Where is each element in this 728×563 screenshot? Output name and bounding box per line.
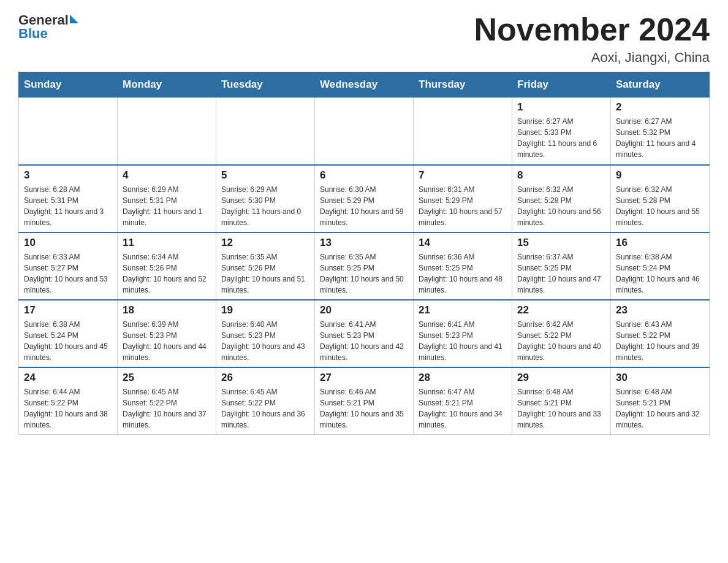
calendar-cell: 12Sunrise: 6:35 AMSunset: 5:26 PMDayligh… <box>216 232 315 300</box>
day-number: 2 <box>616 101 704 113</box>
calendar-cell: 13Sunrise: 6:35 AMSunset: 5:25 PMDayligh… <box>315 232 414 300</box>
cell-info: Sunrise: 6:45 AMSunset: 5:22 PMDaylight:… <box>123 386 211 431</box>
day-number: 8 <box>517 169 605 182</box>
cell-info: Sunrise: 6:35 AMSunset: 5:25 PMDaylight:… <box>320 251 408 296</box>
calendar-table: SundayMondayTuesdayWednesdayThursdayFrid… <box>18 72 710 435</box>
calendar-cell: 20Sunrise: 6:41 AMSunset: 5:23 PMDayligh… <box>315 300 414 367</box>
calendar-cell: 29Sunrise: 6:48 AMSunset: 5:21 PMDayligh… <box>512 367 611 435</box>
day-number: 18 <box>123 304 211 316</box>
calendar-cell <box>315 98 414 165</box>
day-number: 20 <box>320 304 408 316</box>
cell-info: Sunrise: 6:32 AMSunset: 5:28 PMDaylight:… <box>616 184 704 228</box>
cell-info: Sunrise: 6:27 AMSunset: 5:33 PMDaylight:… <box>517 116 605 160</box>
calendar-cell: 1Sunrise: 6:27 AMSunset: 5:33 PMDaylight… <box>512 98 611 165</box>
calendar-cell: 23Sunrise: 6:43 AMSunset: 5:22 PMDayligh… <box>611 300 710 367</box>
day-number: 13 <box>320 237 408 249</box>
cell-info: Sunrise: 6:40 AMSunset: 5:23 PMDaylight:… <box>221 319 309 363</box>
weekday-header-sunday: Sunday <box>19 72 118 98</box>
calendar-cell: 25Sunrise: 6:45 AMSunset: 5:22 PMDayligh… <box>118 367 216 435</box>
cell-info: Sunrise: 6:38 AMSunset: 5:24 PMDaylight:… <box>24 319 112 363</box>
cell-info: Sunrise: 6:41 AMSunset: 5:23 PMDaylight:… <box>419 319 507 363</box>
calendar-row-3: 17Sunrise: 6:38 AMSunset: 5:24 PMDayligh… <box>19 300 710 367</box>
day-number: 19 <box>221 304 309 316</box>
calendar-cell: 5Sunrise: 6:29 AMSunset: 5:30 PMDaylight… <box>216 165 315 232</box>
day-number: 5 <box>221 169 309 182</box>
cell-info: Sunrise: 6:33 AMSunset: 5:27 PMDaylight:… <box>24 251 112 296</box>
weekday-header-tuesday: Tuesday <box>216 72 315 98</box>
day-number: 7 <box>419 169 507 182</box>
cell-info: Sunrise: 6:31 AMSunset: 5:29 PMDaylight:… <box>419 184 507 228</box>
day-number: 10 <box>24 237 112 249</box>
calendar-cell <box>19 98 118 165</box>
month-title: November 2024 <box>474 12 710 47</box>
day-number: 12 <box>221 237 309 249</box>
cell-info: Sunrise: 6:35 AMSunset: 5:26 PMDaylight:… <box>221 251 309 296</box>
cell-info: Sunrise: 6:37 AMSunset: 5:25 PMDaylight:… <box>517 251 605 296</box>
logo-blue: Blue <box>18 26 48 42</box>
cell-info: Sunrise: 6:38 AMSunset: 5:24 PMDaylight:… <box>616 251 704 296</box>
cell-info: Sunrise: 6:32 AMSunset: 5:28 PMDaylight:… <box>517 184 605 228</box>
cell-info: Sunrise: 6:27 AMSunset: 5:32 PMDaylight:… <box>616 116 704 160</box>
cell-info: Sunrise: 6:28 AMSunset: 5:31 PMDaylight:… <box>24 184 112 228</box>
calendar-cell: 9Sunrise: 6:32 AMSunset: 5:28 PMDaylight… <box>611 165 710 232</box>
calendar-cell: 30Sunrise: 6:48 AMSunset: 5:21 PMDayligh… <box>611 367 710 435</box>
cell-info: Sunrise: 6:30 AMSunset: 5:29 PMDaylight:… <box>320 184 408 228</box>
day-number: 22 <box>517 304 605 316</box>
weekday-header-monday: Monday <box>118 72 216 98</box>
cell-info: Sunrise: 6:36 AMSunset: 5:25 PMDaylight:… <box>419 251 507 296</box>
calendar-row-4: 24Sunrise: 6:44 AMSunset: 5:22 PMDayligh… <box>19 367 710 435</box>
day-number: 6 <box>320 169 408 182</box>
calendar-cell <box>216 98 315 165</box>
calendar-cell: 7Sunrise: 6:31 AMSunset: 5:29 PMDaylight… <box>414 165 512 232</box>
calendar-cell: 16Sunrise: 6:38 AMSunset: 5:24 PMDayligh… <box>611 232 710 300</box>
cell-info: Sunrise: 6:39 AMSunset: 5:23 PMDaylight:… <box>123 319 211 363</box>
day-number: 15 <box>517 237 605 249</box>
calendar-cell: 22Sunrise: 6:42 AMSunset: 5:22 PMDayligh… <box>512 300 611 367</box>
cell-info: Sunrise: 6:47 AMSunset: 5:21 PMDaylight:… <box>419 386 507 431</box>
day-number: 26 <box>221 372 309 384</box>
day-number: 30 <box>616 372 704 384</box>
calendar-cell <box>118 98 216 165</box>
day-number: 4 <box>123 169 211 182</box>
day-number: 14 <box>419 237 507 249</box>
day-number: 29 <box>517 372 605 384</box>
location-title: Aoxi, Jiangxi, China <box>474 50 710 66</box>
calendar-cell: 3Sunrise: 6:28 AMSunset: 5:31 PMDaylight… <box>19 165 118 232</box>
cell-info: Sunrise: 6:43 AMSunset: 5:22 PMDaylight:… <box>616 319 704 363</box>
weekday-header-saturday: Saturday <box>611 72 710 98</box>
weekday-header-wednesday: Wednesday <box>315 72 414 98</box>
calendar-cell: 19Sunrise: 6:40 AMSunset: 5:23 PMDayligh… <box>216 300 315 367</box>
logo: General Blue <box>18 12 78 42</box>
calendar-row-2: 10Sunrise: 6:33 AMSunset: 5:27 PMDayligh… <box>19 232 710 300</box>
day-number: 3 <box>24 169 112 182</box>
day-number: 23 <box>616 304 704 316</box>
cell-info: Sunrise: 6:34 AMSunset: 5:26 PMDaylight:… <box>123 251 211 296</box>
day-number: 17 <box>24 304 112 316</box>
calendar-cell: 21Sunrise: 6:41 AMSunset: 5:23 PMDayligh… <box>414 300 512 367</box>
calendar-cell <box>414 98 512 165</box>
title-area: November 2024 Aoxi, Jiangxi, China <box>474 12 710 66</box>
cell-info: Sunrise: 6:48 AMSunset: 5:21 PMDaylight:… <box>616 386 704 431</box>
day-number: 28 <box>419 372 507 384</box>
calendar-cell: 8Sunrise: 6:32 AMSunset: 5:28 PMDaylight… <box>512 165 611 232</box>
day-number: 25 <box>123 372 211 384</box>
calendar-cell: 27Sunrise: 6:46 AMSunset: 5:21 PMDayligh… <box>315 367 414 435</box>
cell-info: Sunrise: 6:29 AMSunset: 5:30 PMDaylight:… <box>221 184 309 228</box>
day-number: 24 <box>24 372 112 384</box>
calendar-cell: 28Sunrise: 6:47 AMSunset: 5:21 PMDayligh… <box>414 367 512 435</box>
day-number: 27 <box>320 372 408 384</box>
weekday-header-thursday: Thursday <box>414 72 512 98</box>
calendar-cell: 15Sunrise: 6:37 AMSunset: 5:25 PMDayligh… <box>512 232 611 300</box>
calendar-cell: 6Sunrise: 6:30 AMSunset: 5:29 PMDaylight… <box>315 165 414 232</box>
cell-info: Sunrise: 6:48 AMSunset: 5:21 PMDaylight:… <box>517 386 605 431</box>
cell-info: Sunrise: 6:45 AMSunset: 5:22 PMDaylight:… <box>221 386 309 431</box>
calendar-cell: 4Sunrise: 6:29 AMSunset: 5:31 PMDaylight… <box>118 165 216 232</box>
calendar-row-0: 1Sunrise: 6:27 AMSunset: 5:33 PMDaylight… <box>19 98 710 165</box>
logo-triangle-icon <box>70 15 78 23</box>
day-number: 11 <box>123 237 211 249</box>
cell-info: Sunrise: 6:41 AMSunset: 5:23 PMDaylight:… <box>320 319 408 363</box>
calendar-cell: 10Sunrise: 6:33 AMSunset: 5:27 PMDayligh… <box>19 232 118 300</box>
calendar-cell: 24Sunrise: 6:44 AMSunset: 5:22 PMDayligh… <box>19 367 118 435</box>
day-number: 1 <box>517 101 605 113</box>
cell-info: Sunrise: 6:44 AMSunset: 5:22 PMDaylight:… <box>24 386 112 431</box>
